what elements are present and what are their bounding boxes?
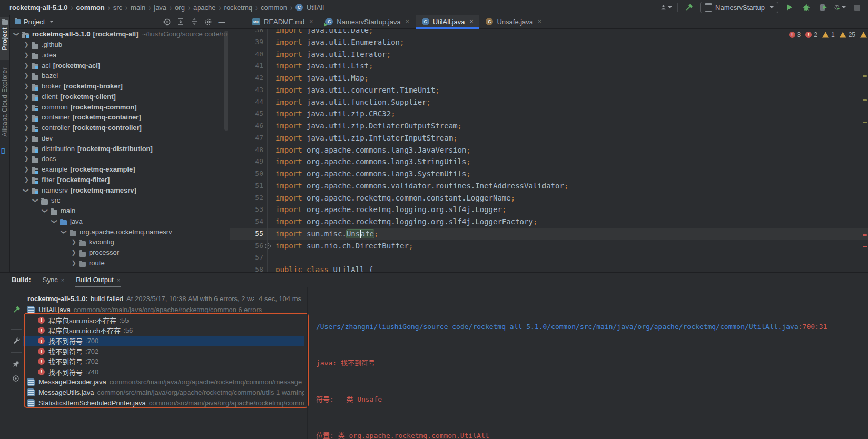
build-splitter[interactable] (307, 287, 308, 439)
tree-chevron-icon[interactable]: ❯ (32, 197, 40, 204)
locate-file-icon[interactable] (162, 16, 172, 27)
tree-row[interactable]: ❯bazel (9, 71, 230, 81)
code-line-47[interactable]: 47 import java.util.zip.InflaterInputStr… (230, 132, 868, 144)
code-line-57[interactable]: 57 (230, 252, 868, 264)
code-line-48[interactable]: 48 import org.apache.commons.lang3.JavaV… (230, 144, 868, 156)
close-icon[interactable]: × (309, 18, 313, 25)
tree-row[interactable]: ❯route (9, 258, 230, 268)
build-tab-build-output[interactable]: Build Output× (76, 276, 120, 287)
close-icon[interactable]: × (61, 277, 64, 283)
inspect-eye-icon[interactable] (12, 375, 21, 382)
tree-chevron-icon[interactable]: ❯ (22, 62, 31, 69)
code-line-54[interactable]: 54 import org.apache.rocketmq.logging.or… (230, 216, 868, 228)
build-error-row[interactable]: ! 程序包sun.misc不存在 :55 (23, 315, 304, 326)
tree-chevron-icon[interactable]: ❯ (60, 228, 68, 235)
tree-chevron-icon[interactable]: ❯ (22, 124, 31, 131)
tree-row[interactable]: ❯processor (9, 247, 230, 258)
tree-chevron-icon[interactable]: ❯ (22, 187, 31, 194)
tree-chevron-icon[interactable]: ❯ (22, 52, 31, 58)
close-icon[interactable]: × (117, 277, 120, 283)
inspections-widget[interactable]: !3!2125 (783, 31, 867, 38)
tree-chevron-icon[interactable]: ❯ (22, 41, 31, 48)
tree-chevron-icon[interactable]: ❯ (22, 72, 31, 79)
build-error-row[interactable]: ! 找不到符号 :740 (23, 367, 304, 377)
tree-row[interactable]: ❯common[rocketmq-common] (9, 102, 230, 112)
run-configuration-select[interactable]: NamesrvStartup (700, 2, 778, 13)
code-editor[interactable]: 38 import java.util.Date; 39 import java… (230, 29, 868, 272)
tree-chevron-icon[interactable]: ❯ (22, 155, 31, 162)
tree-chevron-icon[interactable]: ❯ (41, 207, 50, 214)
tree-row[interactable]: ❯namesrv[rocketmq-namesrv] (9, 185, 230, 195)
build-error-row[interactable]: ! 程序包sun.nio.ch不存在 :56 (23, 325, 304, 336)
tool-stripe-project[interactable]: Project (0, 17, 9, 60)
tree-chevron-icon[interactable]: ❯ (22, 166, 31, 173)
build-file-row[interactable]: MessageUtils.java common/src/main/java/o… (23, 387, 304, 398)
breadcrumb[interactable]: rocketmq-all-5.1.0›common›src›main›java›… (0, 4, 325, 12)
tree-row[interactable]: ❯org.apache.rocketmq.namesrv (9, 226, 230, 237)
tree-chevron-icon[interactable]: ❯ (22, 145, 31, 152)
build-file-row[interactable]: MessageDecoder.java common/src/main/java… (23, 377, 304, 387)
tree-row[interactable]: ❯docs (9, 154, 230, 164)
code-line-52[interactable]: 52 import org.apache.rocketmq.common.con… (230, 192, 868, 204)
alibaba-cloud-icon[interactable]: [] (1, 147, 5, 154)
code-line-41[interactable]: 41 import java.util.List; (230, 60, 868, 72)
tree-row[interactable]: ❯kvconfig (9, 237, 230, 247)
inspection-count[interactable]: !2 (805, 31, 817, 38)
rerun-build-icon[interactable] (12, 305, 21, 314)
tree-chevron-icon[interactable]: ❯ (22, 135, 31, 142)
build-tab-sync[interactable]: Sync× (43, 276, 64, 287)
tree-chevron-icon[interactable]: ❯ (70, 260, 78, 266)
breadcrumb-item[interactable]: main (131, 4, 145, 12)
breadcrumb-item[interactable]: java (154, 4, 166, 12)
debug-button[interactable] (801, 2, 812, 13)
code-line-50[interactable]: 50 import org.apache.commons.lang3.Syste… (230, 168, 868, 180)
project-tree-vertical-scrollbar[interactable] (224, 31, 228, 131)
inspection-count[interactable]: 1 (822, 31, 835, 38)
build-error-row[interactable]: ! 找不到符号 :702 (23, 346, 304, 356)
code-line-46[interactable]: 46 import java.util.zip.DeflaterOutputSt… (230, 120, 868, 132)
breadcrumb-item[interactable]: common (76, 4, 105, 12)
tree-chevron-icon[interactable]: ❯ (70, 238, 78, 245)
code-line-51[interactable]: 51 import org.apache.commons.validator.r… (230, 180, 868, 192)
tree-row[interactable]: ❯example[rocketmq-example] (9, 164, 230, 175)
hide-panel-icon[interactable]: — (216, 16, 227, 27)
tree-row[interactable]: ❯rocketmq-all-5.1.0[rocketmq-all]~/liush… (9, 29, 230, 39)
tree-row[interactable]: ❯distribution[rocketmq-distribution] (9, 143, 230, 154)
breadcrumb-item[interactable]: rocketmq-all-5.1.0 (9, 4, 68, 12)
inspection-count[interactable]: !3 (789, 31, 801, 38)
tree-chevron-icon[interactable]: ❯ (22, 114, 31, 121)
editor-tab-NamesrvStartup.java[interactable]: CNamesrvStartup.java× (319, 15, 415, 28)
tree-row[interactable]: ❯acl[rocketmq-acl] (9, 60, 230, 71)
breadcrumb-item[interactable]: org (175, 4, 185, 12)
code-line-43[interactable]: 43 import java.util.concurrent.TimeUnit; (230, 84, 868, 96)
close-icon[interactable]: × (538, 18, 541, 25)
editor-tab-README.md[interactable]: MDREADME.md× (246, 15, 319, 28)
code-line-58[interactable]: 58 public class UtilAll { (230, 264, 868, 272)
tree-row[interactable]: ❯main (9, 206, 230, 216)
tree-chevron-icon[interactable]: ❯ (70, 249, 78, 256)
code-line-39[interactable]: 39 import java.util.Enumeration; (230, 36, 868, 48)
tree-chevron-icon[interactable]: ❯ (51, 218, 59, 225)
tree-chevron-icon[interactable]: ❯ (22, 104, 31, 111)
tree-chevron-icon[interactable]: ❯ (13, 31, 21, 37)
collapse-all-icon[interactable] (189, 16, 200, 27)
code-line-40[interactable]: 40 import java.util.Iterator; (230, 48, 868, 61)
editor-tab-UtilAll.java[interactable]: CUtilAll.java× (416, 15, 480, 28)
tree-row[interactable]: ❯dev (9, 133, 230, 144)
error-file-link[interactable]: /Users/zhangni/liushiGong/source code/ro… (316, 323, 798, 331)
tree-row[interactable]: ❯client[rocketmq-client] (9, 92, 230, 102)
close-icon[interactable]: × (406, 18, 409, 25)
breadcrumb-class[interactable]: UtilAll (307, 4, 324, 12)
expand-all-icon[interactable] (175, 16, 186, 27)
stop-button[interactable] (851, 2, 863, 13)
run-with-coverage-button[interactable] (817, 2, 829, 13)
error-stripe[interactable] (861, 29, 868, 272)
breadcrumb-item[interactable]: rocketmq (224, 4, 252, 12)
run-button[interactable] (784, 2, 795, 13)
tree-row[interactable]: ❯container[rocketmq-container] (9, 112, 230, 123)
fold-marker-icon[interactable]: − (265, 243, 271, 249)
build-file-row[interactable]: UtilAll.java common/src/main/java/org/ap… (23, 305, 304, 315)
settings-gear-icon[interactable] (203, 16, 213, 27)
pin-icon[interactable] (13, 360, 20, 367)
code-line-45[interactable]: 45 import java.util.zip.CRC32; (230, 108, 868, 120)
